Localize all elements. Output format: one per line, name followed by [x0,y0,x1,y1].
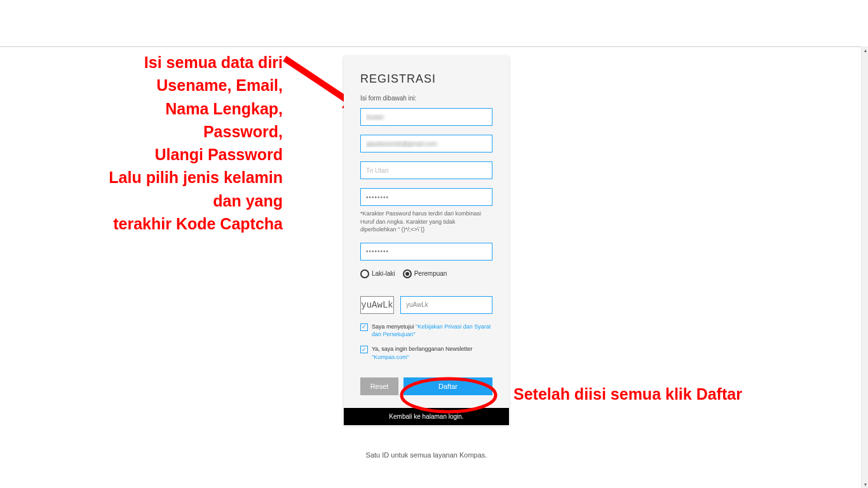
checkbox-icon: ✓ [360,323,368,331]
back-to-login-link[interactable]: Kembali ke halaman login. [344,408,509,425]
annotation-left: Isi semua data diri Usename, Email, Nama… [38,51,283,235]
annotation-line: Isi semua data diri [38,51,283,74]
agree-newsletter-row[interactable]: ✓ Ya, saya ingin berlangganan Newsletter… [360,345,492,361]
svg-line-0 [285,58,349,102]
annotation-line: dan yang [38,189,283,212]
newsletter-link[interactable]: "Kompas.com" [372,354,409,360]
captcha-image: yuAwLk [360,296,394,314]
footer-tagline: Satu ID untuk semua layanan Kompas. [343,451,510,459]
form-title: REGISTRASI [360,72,492,86]
agree-newsletter-text: Ya, saya ingin berlangganan Newsletter "… [372,345,492,361]
email-input[interactable] [360,135,492,152]
gender-row: Laki-laki Perempuan [360,269,492,278]
browser-chrome-divider [0,46,861,47]
scroll-down-icon[interactable]: ▾ [862,480,868,488]
reset-button[interactable]: Reset [360,377,398,395]
submit-button[interactable]: Daftar [403,377,492,395]
radio-icon [403,269,412,278]
username-input[interactable] [360,108,492,126]
agree-terms-text: Saya menyetujui "Kebijakan Privasi dan S… [372,323,492,339]
repeat-password-input[interactable] [360,243,492,261]
registration-card: REGISTRASI Isi form dibawah ini: *Karakt… [344,56,509,425]
annotation-line: Ulangi Password [38,143,283,166]
annotation-line: Password, [38,120,283,143]
annotation-right: Setelah diisi semua klik Daftar [513,385,742,403]
checkbox-icon: ✓ [360,346,368,353]
fullname-input[interactable] [360,161,492,179]
captcha-input[interactable] [400,296,492,314]
gender-male-radio[interactable]: Laki-laki [360,269,395,278]
gender-male-label: Laki-laki [372,270,395,277]
password-input[interactable] [360,188,492,206]
annotation-line: Usename, Email, [38,74,283,97]
agree-terms-row[interactable]: ✓ Saya menyetujui "Kebijakan Privasi dan… [360,323,492,339]
scroll-up-icon[interactable]: ▴ [862,46,868,54]
annotation-line: terakhir Kode Captcha [38,212,283,235]
vertical-scrollbar[interactable]: ▴ ▾ [861,46,868,488]
annotation-line: Lalu pilih jenis kelamin [38,166,283,189]
gender-female-label: Perempuan [414,270,447,277]
form-help-text: Isi form dibawah ini: [360,95,492,102]
annotation-line: Nama Lengkap, [38,97,283,120]
gender-female-radio[interactable]: Perempuan [403,269,447,278]
password-hint: *Karakter Password harus terdiri dari ko… [360,210,492,234]
radio-icon [360,269,369,278]
